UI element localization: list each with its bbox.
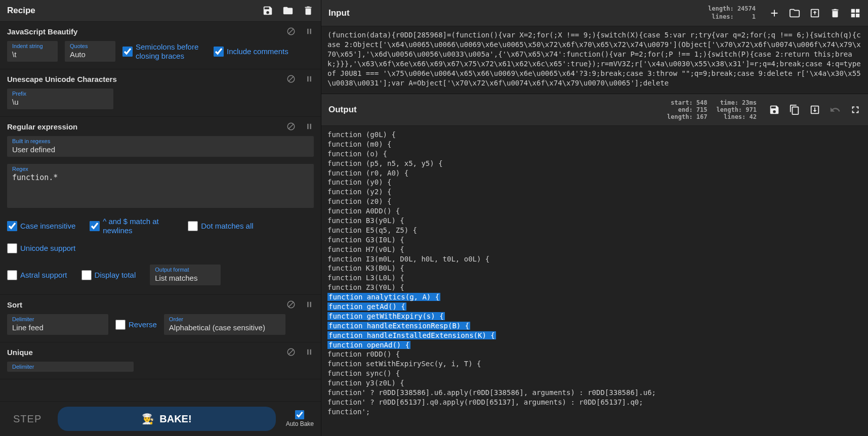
step-button[interactable]: STEP [7, 410, 48, 428]
reset-layout-icon[interactable] [850, 8, 861, 19]
breakpoint-icon[interactable] [305, 27, 314, 36]
output-line: function H7(v0L) { [327, 245, 862, 254]
output-line: function (o) { [327, 149, 862, 159]
builtin-regex-field[interactable]: Built in regexes User defined [7, 136, 314, 157]
output-line: function' ? r0DD[338586].u6.apply(r0DD[3… [327, 388, 862, 398]
output-line: function y3(z0L) { [327, 378, 862, 388]
svg-line-13 [289, 302, 294, 307]
op-title: JavaScript Beautify [7, 27, 77, 36]
auto-bake-toggle[interactable]: Auto Bake [286, 410, 314, 427]
load-recipe-icon[interactable] [282, 5, 294, 16]
recipe-header: Recipe [0, 0, 321, 22]
output-line: function sync() { [327, 369, 862, 378]
svg-rect-19 [310, 350, 311, 355]
display-total-checkbox[interactable]: Display total [81, 265, 136, 285]
undo-icon[interactable] [830, 104, 841, 115]
disable-op-icon[interactable] [286, 27, 296, 36]
output-line: function setWithExpirySec(y, i, T) { [327, 359, 862, 369]
disable-op-icon[interactable] [286, 347, 296, 357]
open-folder-icon[interactable] [789, 8, 800, 19]
output-line: function getAd() { [327, 302, 862, 312]
output-area: Output start: 548time: 23ms end: 715leng… [321, 94, 868, 436]
output-line: function getWithExpiry(s) { [327, 312, 862, 321]
save-output-icon[interactable] [769, 104, 780, 115]
disable-op-icon[interactable] [286, 300, 296, 309]
svg-rect-2 [307, 29, 308, 34]
copy-output-icon[interactable] [789, 104, 800, 115]
svg-rect-14 [307, 302, 308, 308]
op-unescape-unicode: Unescape Unicode Characters Prefix \u [0, 69, 321, 117]
reverse-checkbox[interactable]: Reverse [115, 320, 157, 330]
output-line: function r0DD() { [327, 350, 862, 359]
clear-input-icon[interactable] [830, 8, 841, 19]
breakpoint-icon[interactable] [305, 300, 314, 309]
sort-order-field[interactable]: Order Alphabetical (case sensitive) [164, 314, 285, 335]
svg-rect-10 [307, 124, 308, 129]
svg-line-5 [289, 77, 294, 81]
indent-field[interactable]: Indent string \t [7, 41, 58, 62]
output-line: function Z3(Y0L) { [327, 283, 862, 292]
svg-line-1 [289, 29, 294, 34]
multiline-checkbox[interactable]: ^ and $ match at newlines [90, 217, 174, 235]
unique-delimiter-field[interactable]: Delimiter [7, 362, 134, 372]
svg-rect-3 [310, 29, 311, 34]
open-file-icon[interactable] [809, 8, 820, 19]
semicolons-checkbox[interactable]: Semicolons before closing braces [122, 42, 206, 61]
op-unique: Unique Delimiter [0, 342, 321, 379]
output-line: function B3(y0L) { [327, 216, 862, 226]
output-line: function openAd() { [327, 340, 862, 350]
op-title: Unique [7, 348, 33, 357]
disable-op-icon[interactable] [286, 122, 296, 131]
svg-line-17 [289, 350, 294, 355]
add-input-icon[interactable] [769, 8, 780, 19]
output-content[interactable]: function (g0L) {function (m0) {function … [321, 126, 868, 436]
bake-button[interactable]: 👨‍🍳 BAKE! [58, 407, 275, 431]
sort-delimiter-field[interactable]: Delimiter Line feed [7, 314, 108, 335]
output-line: function (m0) { [327, 140, 862, 149]
output-line: function K3(B0L) { [327, 264, 862, 273]
output-line: function (p5, n5, x5, y5) { [327, 159, 862, 168]
recipe-title: Recipe [7, 6, 35, 16]
clear-recipe-icon[interactable] [303, 5, 314, 16]
breakpoint-icon[interactable] [305, 122, 314, 131]
astral-checkbox[interactable]: Astral support [7, 265, 67, 285]
output-line: function (z0) { [327, 197, 862, 206]
maximize-output-icon[interactable] [850, 104, 861, 115]
output-line: function A0DD() { [327, 206, 862, 216]
disable-op-icon[interactable] [286, 74, 296, 83]
svg-rect-7 [310, 76, 311, 82]
dotall-checkbox[interactable]: Dot matches all [188, 217, 253, 235]
breakpoint-icon[interactable] [305, 347, 314, 357]
chef-icon: 👨‍🍳 [142, 413, 154, 425]
op-title: Sort [7, 300, 22, 309]
op-title: Regular expression [7, 122, 77, 131]
replace-input-icon[interactable] [809, 104, 820, 115]
output-line: function (g0L) { [327, 130, 862, 140]
output-line: function'; [327, 407, 862, 417]
output-line: function I3(m0L, D0L, h0L, t0L, o0L) { [327, 254, 862, 264]
output-line: function L3(L0L) { [327, 273, 862, 283]
input-content[interactable]: (function(data){r0DD[285968]=(function()… [321, 26, 868, 94]
output-title: Output [328, 105, 357, 115]
regex-field[interactable]: Regex [7, 164, 314, 208]
op-title: Unescape Unicode Characters [7, 75, 117, 83]
save-recipe-icon[interactable] [262, 5, 273, 16]
svg-rect-18 [307, 350, 308, 355]
breakpoint-icon[interactable] [305, 74, 314, 83]
output-format-field[interactable]: Output format List matches [150, 265, 221, 285]
recipe-footer: STEP 👨‍🍳 BAKE! Auto Bake [0, 401, 321, 436]
output-line: function (r0, A0) { [327, 168, 862, 178]
svg-line-9 [289, 124, 294, 129]
output-line: function handleExtensionResp(B) { [327, 321, 862, 331]
output-header: Output start: 548time: 23ms end: 715leng… [321, 94, 868, 126]
include-comments-checkbox[interactable]: Include comments [214, 47, 288, 57]
op-sort: Sort Delimiter Line feed Reverse Order A… [0, 295, 321, 342]
quotes-field[interactable]: Quotes Auto [65, 41, 115, 62]
prefix-field[interactable]: Prefix \u [7, 89, 113, 109]
regex-input[interactable] [12, 173, 309, 203]
output-line: function G3(I0L) { [327, 235, 862, 245]
output-line: function E5(q5, Z5) { [327, 226, 862, 235]
unicode-checkbox[interactable]: Unicode support [7, 243, 75, 253]
case-insensitive-checkbox[interactable]: Case insensitive [7, 217, 75, 235]
svg-rect-6 [307, 76, 308, 82]
